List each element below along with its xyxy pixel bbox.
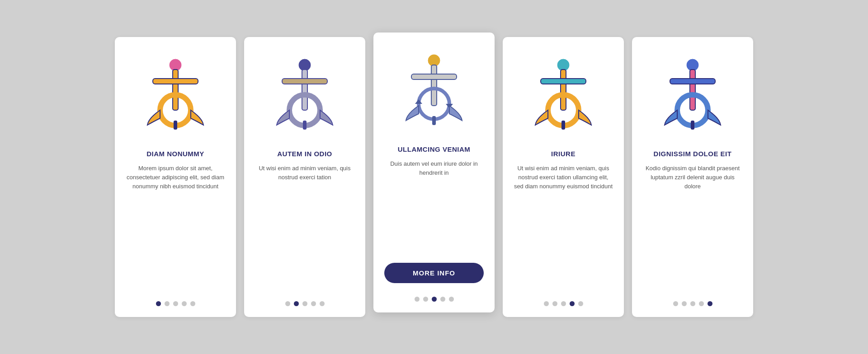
dot-active	[708, 301, 712, 306]
card-2-text: Ut wisi enim ad minim veniam, quis nostr…	[255, 164, 354, 288]
card-5-text: Kodio dignissim qui blandit praesent lup…	[643, 164, 742, 288]
dot	[423, 297, 428, 302]
dot	[449, 297, 454, 302]
dot	[544, 301, 549, 306]
svg-rect-2	[153, 79, 198, 84]
dot-active	[156, 301, 161, 306]
card-1-dots	[156, 297, 195, 306]
card-1-title: DIAM NONUMMY	[146, 150, 204, 158]
dot	[690, 301, 695, 306]
card-2-title: AUTEM IN ODIO	[277, 150, 332, 158]
svg-rect-11	[431, 65, 437, 106]
svg-rect-9	[303, 121, 307, 130]
svg-rect-19	[541, 79, 586, 84]
dot	[165, 301, 170, 306]
dot-active	[432, 297, 437, 302]
dot	[561, 301, 566, 306]
anchor-icon-3	[393, 46, 475, 136]
dot	[578, 301, 583, 306]
svg-rect-21	[561, 121, 565, 130]
dot	[190, 301, 195, 306]
card-3-title: ULLAMCING VENIAM	[398, 145, 471, 153]
dot	[552, 301, 557, 306]
svg-rect-1	[173, 70, 178, 110]
anchor-icon-5	[652, 51, 733, 141]
card-3-dots	[415, 292, 454, 302]
svg-rect-4	[174, 121, 177, 130]
anchor-icon-2	[264, 51, 345, 141]
dot	[182, 301, 187, 306]
anchor-icon-1	[135, 51, 216, 141]
svg-rect-7	[282, 79, 327, 84]
svg-rect-24	[670, 79, 715, 84]
svg-rect-12	[411, 74, 457, 79]
svg-rect-23	[690, 70, 695, 110]
dot	[440, 297, 445, 302]
dot-active	[294, 301, 299, 306]
card-4-text: Ut wisi enim ad minim veniam, quis nostr…	[514, 164, 613, 288]
dot-active	[570, 301, 575, 306]
card-5-dots	[673, 297, 712, 306]
svg-marker-14	[415, 99, 422, 104]
cards-container: DIAM NONUMMY Morem ipsum dolor sit amet,…	[97, 19, 771, 335]
card-4-dots	[544, 297, 583, 306]
svg-rect-18	[561, 70, 566, 110]
dot	[320, 301, 325, 306]
card-5-title: DIGNISSIM DOLOE EIT	[654, 150, 732, 158]
dot	[302, 301, 307, 306]
dot	[699, 301, 704, 306]
anchor-icon-4	[523, 51, 604, 141]
more-info-button[interactable]: MORE INFO	[384, 263, 484, 283]
card-4-title: IRIURE	[551, 150, 576, 158]
dot	[285, 301, 290, 306]
card-2: AUTEM IN ODIO Ut wisi enim ad minim veni…	[244, 37, 365, 317]
card-1: DIAM NONUMMY Morem ipsum dolor sit amet,…	[115, 37, 236, 317]
card-3: ULLAMCING VENIAM Duis autem vel eum iriu…	[373, 33, 495, 312]
dot	[682, 301, 687, 306]
dot	[415, 297, 420, 302]
card-1-text: Morem ipsum dolor sit amet, consectetuer…	[126, 164, 225, 288]
card-3-text: Duis autem vel eum iriure dolor in hendr…	[384, 159, 484, 254]
dot	[173, 301, 178, 306]
card-5: DIGNISSIM DOLOE EIT Kodio dignissim qui …	[632, 37, 753, 317]
svg-rect-26	[691, 121, 694, 130]
dot	[673, 301, 678, 306]
card-2-dots	[285, 297, 325, 306]
svg-rect-6	[302, 70, 307, 110]
dot	[311, 301, 316, 306]
svg-rect-16	[432, 116, 436, 125]
card-4: IRIURE Ut wisi enim ad minim veniam, qui…	[503, 37, 624, 317]
